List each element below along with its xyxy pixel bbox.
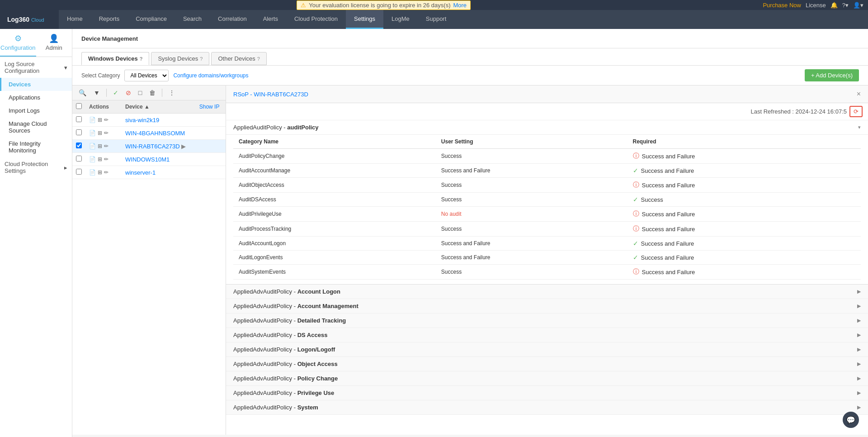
row-edit-icon[interactable]: ✏ bbox=[104, 143, 108, 149]
refresh-button[interactable]: ⟳ bbox=[849, 106, 863, 117]
add-device-button[interactable]: + Add Device(s) bbox=[805, 69, 859, 81]
tab-correlation[interactable]: Correlation bbox=[210, 10, 255, 29]
policy-user-setting: Success bbox=[436, 222, 627, 237]
device-name-link[interactable]: WIN-4BGAHNBSOMM bbox=[125, 130, 185, 137]
row-details-icon[interactable]: 📄 bbox=[89, 117, 96, 123]
sidebar-item-devices[interactable]: Devices bbox=[0, 78, 72, 91]
filter-toolbar-icon[interactable]: ▼ bbox=[92, 88, 102, 97]
delete-toolbar-icon[interactable]: 🗑 bbox=[147, 88, 157, 97]
required-value: Success and Failure bbox=[642, 269, 695, 276]
enable-toolbar-icon[interactable]: ✓ bbox=[111, 88, 120, 97]
tab-other-devices[interactable]: Other Devices ? bbox=[211, 52, 267, 65]
row-details-icon[interactable]: 📄 bbox=[89, 130, 96, 136]
device-name-link[interactable]: siva-win2k19 bbox=[125, 117, 159, 124]
cloud-protection-chevron: ▸ bbox=[64, 164, 67, 171]
purchase-now-link[interactable]: Purchase Now bbox=[763, 2, 801, 9]
sidebar-item-import-logs[interactable]: Import Logs bbox=[0, 104, 72, 117]
row-checkbox bbox=[72, 166, 85, 179]
row-copy-icon[interactable]: ⊞ bbox=[98, 169, 102, 176]
row-edit-icon[interactable]: ✏ bbox=[104, 169, 108, 176]
tab-search[interactable]: Search bbox=[175, 10, 210, 29]
tab-alerts[interactable]: Alerts bbox=[255, 10, 286, 29]
row-copy-icon[interactable]: ⊞ bbox=[98, 117, 102, 123]
select-all-checkbox[interactable] bbox=[76, 103, 82, 109]
tab-settings[interactable]: Settings bbox=[346, 10, 383, 29]
row-edit-icon[interactable]: ✏ bbox=[104, 117, 108, 123]
collapsed-section-object-access[interactable]: AppliedAdvAuditPolicy - Object Access ▶ bbox=[226, 357, 868, 371]
device-toolbar: 🔍 ▼ ✓ ⊘ □ 🗑 ⋮ bbox=[72, 86, 226, 100]
row-select-checkbox[interactable] bbox=[76, 142, 82, 148]
row-copy-icon[interactable]: ⊞ bbox=[98, 143, 102, 149]
syslog-devices-help-icon[interactable]: ? bbox=[200, 56, 203, 62]
row-edit-icon[interactable]: ✏ bbox=[104, 156, 108, 162]
row-actions: 📄 ⊞ ✏ bbox=[85, 127, 122, 140]
policy-section-toggle[interactable]: AppliedAuditPolicy - auditPolicy ▾ bbox=[226, 120, 868, 135]
chat-button[interactable]: 💬 bbox=[843, 412, 859, 428]
collapsed-section-logon-logoff[interactable]: AppliedAdvAuditPolicy - Logon/Logoff ▶ bbox=[226, 342, 868, 357]
other-devices-label: Other Devices bbox=[218, 55, 255, 62]
chevron-right-icon: ▶ bbox=[857, 332, 861, 338]
sidebar-item-file-integrity[interactable]: File Integrity Monitoring bbox=[0, 137, 72, 157]
chevron-right-icon: ▶ bbox=[857, 347, 861, 352]
license-label[interactable]: License bbox=[806, 2, 826, 9]
more-link[interactable]: More bbox=[453, 2, 467, 9]
tab-windows-devices[interactable]: Windows Devices ? bbox=[81, 52, 149, 65]
filter-bar: Select Category All Devices Configure do… bbox=[72, 66, 868, 86]
search-toolbar-icon[interactable]: 🔍 bbox=[77, 88, 88, 97]
row-copy-icon[interactable]: ⊞ bbox=[98, 130, 102, 136]
device-name-link[interactable]: winserver-1 bbox=[125, 169, 156, 176]
sidebar-log-source-section[interactable]: Log Source Configuration ▾ bbox=[0, 57, 72, 78]
collapsed-section-policy-change[interactable]: AppliedAdvAuditPolicy - Policy Change ▶ bbox=[226, 371, 868, 386]
tab-logme[interactable]: LogMe bbox=[383, 10, 418, 29]
tab-cloud-protection[interactable]: Cloud Protection bbox=[286, 10, 346, 29]
windows-devices-help-icon[interactable]: ? bbox=[140, 56, 143, 62]
policy-user-setting: Success bbox=[436, 178, 627, 193]
row-select-checkbox[interactable] bbox=[76, 156, 82, 162]
sidebar-item-manage-cloud[interactable]: Manage Cloud Sources bbox=[0, 117, 72, 137]
row-select-checkbox[interactable] bbox=[76, 169, 82, 175]
help-icon[interactable]: ?▾ bbox=[842, 2, 849, 9]
collapsed-section-account-logon[interactable]: AppliedAdvAuditPolicy - Account Logon ▶ bbox=[226, 285, 868, 299]
expand-arrow-icon[interactable]: ▶ bbox=[181, 143, 186, 150]
row-details-icon[interactable]: 📄 bbox=[89, 169, 96, 176]
rsop-close-button[interactable]: × bbox=[857, 90, 861, 98]
row-select-checkbox[interactable] bbox=[76, 116, 82, 122]
configure-domains-link[interactable]: Configure domains/workgroups bbox=[173, 72, 248, 79]
sidebar-item-applications[interactable]: Applications bbox=[0, 91, 72, 104]
logo-cloud: Cloud bbox=[31, 17, 44, 23]
disable-toolbar-icon[interactable]: ⊘ bbox=[124, 88, 133, 97]
row-edit-icon[interactable]: ✏ bbox=[104, 130, 108, 136]
collapsed-section-system[interactable]: AppliedAdvAuditPolicy - System ▶ bbox=[226, 400, 868, 415]
collapsed-section-ds-access[interactable]: AppliedAdvAuditPolicy - DS Access ▶ bbox=[226, 328, 868, 342]
tab-support[interactable]: Support bbox=[418, 10, 455, 29]
collapsed-section-title: AppliedAdvAuditPolicy - DS Access bbox=[233, 332, 327, 338]
sidebar-icons: ⚙ Configuration 👤 Admin bbox=[0, 29, 72, 57]
category-select[interactable]: All Devices bbox=[124, 70, 169, 81]
bell-icon[interactable]: 🔔 bbox=[830, 2, 838, 9]
tab-reports[interactable]: Reports bbox=[91, 10, 128, 29]
tab-home[interactable]: Home bbox=[59, 10, 91, 29]
more-toolbar-icon[interactable]: ⋮ bbox=[167, 88, 177, 97]
row-details-icon[interactable]: 📄 bbox=[89, 156, 96, 162]
collapsed-section-detailed-tracking[interactable]: AppliedAdvAuditPolicy - Detailed Trackin… bbox=[226, 314, 868, 328]
collapsed-section-account-management[interactable]: AppliedAdvAuditPolicy - Account Manageme… bbox=[226, 299, 868, 314]
sidebar-admin-btn[interactable]: 👤 Admin bbox=[36, 29, 72, 57]
user-icon[interactable]: 👤▾ bbox=[853, 2, 863, 9]
policy-category: AuditPrivilegeUse bbox=[233, 207, 436, 222]
policy-required: ✓ Success and Failure bbox=[627, 251, 861, 265]
sidebar-configuration-btn[interactable]: ⚙ Configuration bbox=[0, 29, 36, 57]
box-toolbar-icon[interactable]: □ bbox=[137, 88, 144, 97]
tab-compliance[interactable]: Compliance bbox=[127, 10, 175, 29]
collapsed-section-privilege-use[interactable]: AppliedAdvAuditPolicy - Privilege Use ▶ bbox=[226, 386, 868, 400]
device-name-cell: WIN-RABT6CA273D ▶ bbox=[122, 140, 196, 153]
other-devices-help-icon[interactable]: ? bbox=[257, 56, 260, 62]
tab-syslog-devices[interactable]: Syslog Devices ? bbox=[151, 52, 209, 65]
sidebar-cloud-protection[interactable]: Cloud Protection Settings ▸ bbox=[0, 157, 72, 178]
required-value: Success and Failure bbox=[641, 240, 694, 247]
device-name-link[interactable]: WIN-RABT6CA273D bbox=[125, 143, 180, 150]
admin-label: Admin bbox=[46, 44, 62, 51]
row-details-icon[interactable]: 📄 bbox=[89, 143, 96, 149]
row-copy-icon[interactable]: ⊞ bbox=[98, 156, 102, 162]
device-name-link[interactable]: WINDOWS10M1 bbox=[125, 156, 170, 163]
row-select-checkbox[interactable] bbox=[76, 129, 82, 135]
